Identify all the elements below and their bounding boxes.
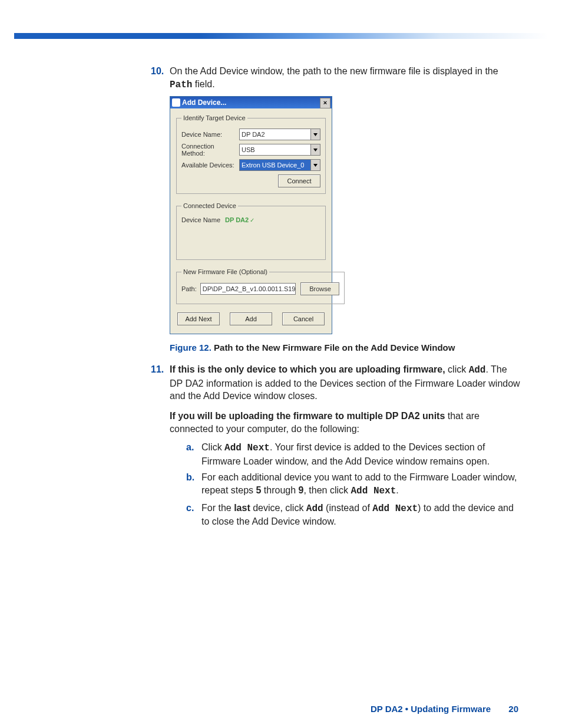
group-new-firmware-file: New Firmware File (Optional) Path: DP\DP… <box>176 268 345 304</box>
substep-b-text: For each additional device you want to a… <box>201 471 521 498</box>
text: field. <box>192 79 214 89</box>
step-11-text: If this is the only device to which you … <box>170 363 521 403</box>
footer-page-number: 20 <box>508 704 518 714</box>
connect-button[interactable]: Connect <box>278 174 320 187</box>
substep-c-text: For the last device, click Add (instead … <box>201 502 521 528</box>
step-10: 10. On the Add Device window, the path t… <box>151 65 521 91</box>
text: , then click <box>303 485 351 495</box>
step-number: 11. <box>151 364 164 374</box>
chevron-down-icon <box>310 129 320 140</box>
text: through <box>261 485 298 495</box>
group-label: Connected Device <box>181 202 238 209</box>
code-add-next: Add Next <box>372 503 418 514</box>
text: Click <box>201 442 224 452</box>
connected-device-name-value: DP DA2 <box>225 216 249 223</box>
path-label: Path: <box>181 285 197 292</box>
window-title: Add Device... <box>182 98 226 107</box>
figure-label: Figure 12. <box>170 342 211 353</box>
check-icon: ✓ <box>250 217 254 223</box>
step-11-multi-intro: If you will be uploading the firmware to… <box>170 410 521 435</box>
substep-a-text: Click Add Next. Your first device is add… <box>201 441 521 467</box>
add-button[interactable]: Add <box>230 312 272 325</box>
text: For the <box>201 503 234 513</box>
app-icon <box>172 98 180 107</box>
cancel-button[interactable]: Cancel <box>282 312 325 325</box>
code-add: Add <box>306 503 323 514</box>
path-input[interactable]: DP\DP_DA2_B_v1.00.0011.S19 <box>200 283 296 295</box>
dropdown-value: USB <box>242 146 255 153</box>
text-bold: If this is the only device to which you … <box>170 364 445 374</box>
chevron-down-icon <box>310 144 320 155</box>
footer-section: DP DA2 • Updating Firmware <box>371 704 491 714</box>
close-icon[interactable]: × <box>320 98 330 108</box>
chevron-down-icon <box>310 160 320 170</box>
substep-marker: c. <box>186 503 194 513</box>
add-device-window: Add Device... × Identify Target Device D… <box>170 96 332 334</box>
substep-marker: a. <box>186 442 194 452</box>
text-bold: If you will be uploading the firmware to… <box>170 411 445 421</box>
device-name-label: Device Name: <box>181 131 239 138</box>
figure-caption: Figure 12. Path to the New Firmware File… <box>170 342 521 353</box>
text: (instead of <box>323 503 373 513</box>
code-path: Path <box>170 80 192 90</box>
available-devices-label: Available Devices: <box>181 162 239 169</box>
group-label: New Firmware File (Optional) <box>181 268 269 275</box>
substep-marker: b. <box>186 472 194 482</box>
substep-c: c. For the last device, click Add (inste… <box>186 502 521 528</box>
dropdown-value: Extron USB Device_0 <box>242 162 304 169</box>
dialog-button-row: Add Next Add Cancel <box>176 312 326 325</box>
code-add-next: Add Next <box>224 443 270 453</box>
code-add-next: Add Next <box>351 486 396 496</box>
header-accent-bar <box>14 33 548 39</box>
substep-b: b. For each additional device you want t… <box>186 471 521 498</box>
group-label: Identify Target Device <box>181 114 247 121</box>
group-identify-target-device: Identify Target Device Device Name: DP D… <box>176 114 326 194</box>
input-value: DP\DP_DA2_B_v1.00.0011.S19 <box>203 285 296 292</box>
window-titlebar: Add Device... × <box>170 97 332 108</box>
figure-title: Path to the New Firmware File on the Add… <box>214 342 455 353</box>
code-add: Add <box>469 365 486 375</box>
text: On the Add Device window, the path to th… <box>170 66 498 76</box>
browse-button[interactable]: Browse <box>300 282 339 295</box>
substep-a: a. Click Add Next. Your first device is … <box>186 441 521 467</box>
group-connected-device: Connected Device Device Name DP DA2 ✓ <box>176 202 326 260</box>
step-number: 10. <box>151 66 164 76</box>
text: click <box>445 364 469 374</box>
text: device, click <box>250 503 306 513</box>
step-10-text: On the Add Device window, the path to th… <box>170 65 521 91</box>
available-devices-dropdown[interactable]: Extron USB Device_0 <box>239 159 320 171</box>
step-11: 11. If this is the only device to which … <box>151 363 521 403</box>
device-name-dropdown[interactable]: DP DA2 <box>239 129 320 140</box>
page-content: 10. On the Add Device window, the path t… <box>151 65 521 532</box>
text: . <box>396 485 398 495</box>
text-bold: last <box>234 503 250 513</box>
page-footer: DP DA2 • Updating Firmware 20 <box>371 704 518 714</box>
connection-method-dropdown[interactable]: USB <box>239 144 320 156</box>
dropdown-value: DP DA2 <box>242 131 265 138</box>
connected-device-name-label: Device Name <box>181 216 225 223</box>
connection-method-label: Connection Method: <box>181 143 239 157</box>
add-next-button[interactable]: Add Next <box>177 312 220 325</box>
